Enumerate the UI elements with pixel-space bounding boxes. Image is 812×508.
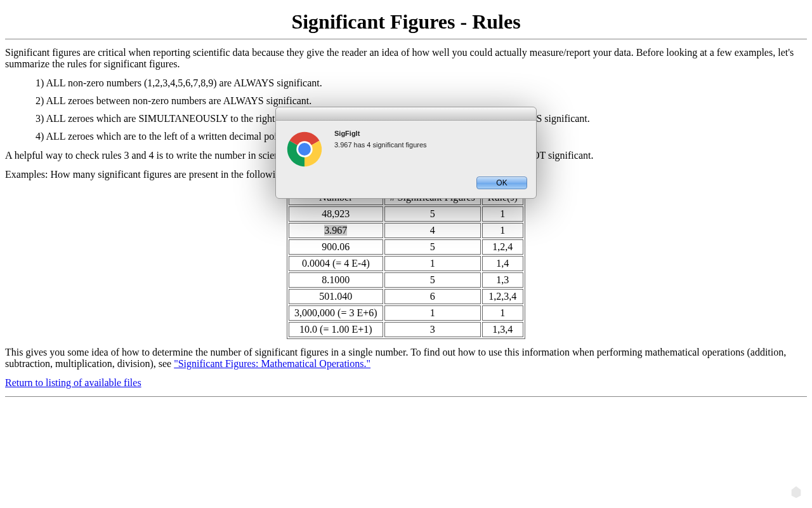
intro-paragraph: Significant figures are critical when re…: [5, 47, 807, 70]
table-row: 8.1000 5 1,3: [289, 272, 523, 288]
table-cell-sigfigs: 3: [384, 322, 481, 337]
math-operations-link[interactable]: "Significant Figures: Mathematical Opera…: [174, 358, 370, 369]
svg-point-2: [298, 143, 311, 156]
table-cell-number: 48,923: [289, 206, 383, 222]
table-cell-sigfigs: 5: [384, 272, 481, 288]
table-cell-number: 3,000,000 (= 3 E+6): [289, 305, 383, 321]
table-cell-sigfigs: 1: [384, 305, 481, 321]
table-cell-rules: 1,3: [482, 272, 523, 288]
table-cell-sigfigs: 4: [384, 223, 481, 238]
table-row: 501.040 6 1,2,3,4: [289, 289, 523, 304]
table-cell-sigfigs: 6: [384, 289, 481, 304]
table-cell-number: 10.0 (= 1.00 E+1): [289, 322, 383, 337]
closing-paragraph: This gives you some idea of how to deter…: [5, 347, 807, 370]
dialog-buttons: OK: [276, 174, 536, 198]
rule-item: 1) ALL non-zero numbers (1,2,3,4,5,6,7,8…: [36, 77, 807, 89]
table-cell-rules: 1,3,4: [482, 322, 523, 337]
dialog-titlebar: [276, 107, 536, 121]
dialog-app-name: SigFigIt: [334, 130, 526, 137]
table-cell-number: 501.040: [289, 289, 383, 304]
table-cell-rules: 1,2,3,4: [482, 289, 523, 304]
rule-item: 2) ALL zeroes between non-zero numbers a…: [36, 95, 807, 107]
dialog-message: 3.967 has 4 significant figures: [334, 141, 526, 149]
page-title: Significant Figures - Rules: [5, 10, 807, 34]
table-cell-number: 8.1000: [289, 272, 383, 288]
divider: [5, 396, 807, 397]
table-cell-number: 3.967: [289, 223, 383, 238]
dialog-text: SigFigIt 3.967 has 4 significant figures: [334, 130, 526, 168]
table-cell-rules: 1,4: [482, 256, 523, 271]
table-row: 48,923 5 1: [289, 206, 523, 222]
alert-dialog: SigFigIt 3.967 has 4 significant figures…: [275, 107, 537, 199]
table-cell-rules: 1,2,4: [482, 239, 523, 255]
table-cell-sigfigs: 5: [384, 239, 481, 255]
highlighted-number: 3.967: [324, 225, 347, 236]
table-row: 0.0004 (= 4 E-4) 1 1,4: [289, 256, 523, 271]
table-cell-number: 900.06: [289, 239, 383, 255]
table-row: 900.06 5 1,2,4: [289, 239, 523, 255]
closing-text: This gives you some idea of how to deter…: [5, 347, 786, 369]
table-cell-rules: 1: [482, 223, 523, 238]
table-cell-sigfigs: 1: [384, 256, 481, 271]
table-cell-rules: 1: [482, 305, 523, 321]
ok-button[interactable]: OK: [476, 177, 527, 189]
table-row: 3.967 4 1: [289, 223, 523, 238]
divider: [5, 39, 807, 39]
chrome-icon: [286, 131, 323, 168]
dialog-body: SigFigIt 3.967 has 4 significant figures: [276, 121, 536, 174]
table-row: 10.0 (= 1.00 E+1) 3 1,3,4: [289, 322, 523, 337]
table-cell-sigfigs: 5: [384, 206, 481, 222]
table-cell-number: 0.0004 (= 4 E-4): [289, 256, 383, 271]
table-row: 3,000,000 (= 3 E+6) 1 1: [289, 305, 523, 321]
sigfigs-table: Number # Significant Figures Rule(s) 48,…: [287, 188, 525, 339]
return-link[interactable]: Return to listing of available files: [5, 377, 141, 388]
table-cell-rules: 1: [482, 206, 523, 222]
